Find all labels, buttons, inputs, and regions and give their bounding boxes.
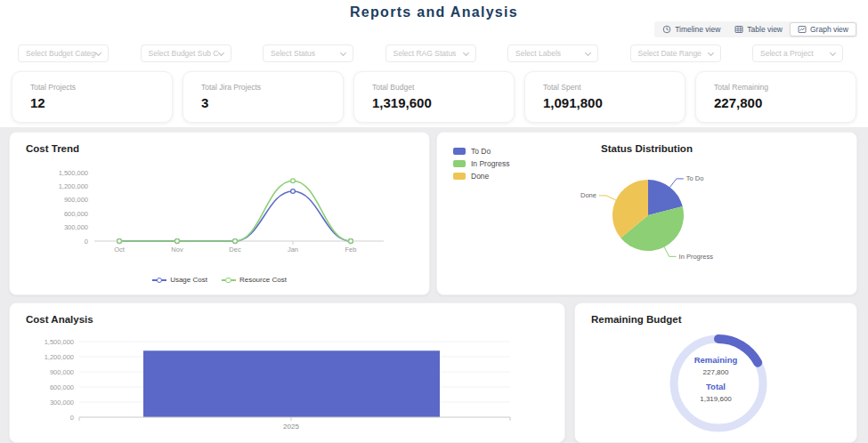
svg-text:Dec: Dec xyxy=(229,246,241,254)
svg-text:1,500,000: 1,500,000 xyxy=(45,338,74,346)
stat-card-total-projects: Total Projects 12 xyxy=(12,71,173,123)
stat-cards-row: Total Projects 12 Total Jira Projects 3 … xyxy=(12,71,856,123)
stat-card-total-jira-projects: Total Jira Projects 3 xyxy=(183,71,344,123)
cost-analysis-panel: Cost Analysis 0300,000600,000900,0001,20… xyxy=(9,302,565,443)
stat-value: 1,319,600 xyxy=(372,95,496,110)
filter-rag-status[interactable]: Select RAG Status xyxy=(385,44,476,62)
svg-text:1,200,000: 1,200,000 xyxy=(59,182,88,190)
chevron-down-icon xyxy=(340,49,346,55)
cost-trend-legend: Usage Cost Resource Cost xyxy=(10,276,429,284)
chevron-down-icon xyxy=(585,49,591,55)
total-label: Total xyxy=(575,382,856,391)
remaining-label: Remaining xyxy=(575,355,856,365)
stat-card-total-remaining: Total Remaining 227,800 xyxy=(695,71,856,123)
svg-text:Nov: Nov xyxy=(171,246,183,254)
stat-label: Total Jira Projects xyxy=(201,83,325,92)
svg-text:Feb: Feb xyxy=(345,246,357,254)
legend-item-resource-cost: Resource Cost xyxy=(222,276,287,284)
chevron-down-icon xyxy=(707,49,713,55)
status-distribution-pie-chart: To DoIn ProgressDone xyxy=(437,133,858,296)
legend-label: Usage Cost xyxy=(170,276,207,284)
timeline-view-button[interactable]: Timeline view xyxy=(655,22,727,36)
graph-view-button[interactable]: Graph view xyxy=(790,22,856,36)
svg-text:300,000: 300,000 xyxy=(50,399,74,407)
cost-trend-panel: Cost Trend 0300,000600,000900,0001,200,0… xyxy=(9,132,430,295)
cost-trend-line-chart: 0300,000600,000900,0001,200,0001,500,000… xyxy=(10,133,431,296)
filter-rag-status-label: Select RAG Status xyxy=(393,49,457,58)
svg-text:Oct: Oct xyxy=(114,246,126,254)
stat-card-total-spent: Total Spent 1,091,800 xyxy=(524,71,685,123)
svg-text:In Progress: In Progress xyxy=(679,253,714,261)
svg-text:To Do: To Do xyxy=(686,174,704,182)
filter-budget-category-label: Select Budget Category xyxy=(26,49,96,58)
chevron-down-icon xyxy=(217,49,223,55)
cost-analysis-bar-chart: 0300,000600,000900,0001,200,0001,500,000… xyxy=(10,303,566,443)
remaining-budget-panel: Remaining Budget Remaining 227,800 Total… xyxy=(574,302,857,443)
stat-value: 1,091,800 xyxy=(543,95,667,110)
svg-text:1,200,000: 1,200,000 xyxy=(45,353,74,361)
timeline-view-label: Timeline view xyxy=(675,25,720,34)
stat-card-total-budget: Total Budget 1,319,600 xyxy=(353,71,515,123)
filter-project-label: Select a Project xyxy=(760,49,814,58)
stat-label: Total Budget xyxy=(372,83,496,92)
filter-project[interactable]: Select a Project xyxy=(752,44,843,62)
remaining-value: 227,800 xyxy=(575,368,856,376)
filter-status-label: Select Status xyxy=(271,49,315,58)
graph-view-label: Graph view xyxy=(810,25,848,34)
status-distribution-panel: Status Distribution To Do In Progress Do… xyxy=(436,132,857,295)
svg-text:1,500,000: 1,500,000 xyxy=(59,169,88,177)
stat-value: 227,800 xyxy=(714,95,838,110)
filter-budget-sub-category[interactable]: Select Budget Sub Cat... xyxy=(141,44,231,62)
total-value: 1,319,600 xyxy=(575,395,856,403)
svg-text:900,000: 900,000 xyxy=(50,368,74,376)
chevron-down-icon xyxy=(462,49,468,55)
filter-budget-category[interactable]: Select Budget Category xyxy=(18,44,109,62)
stat-label: Total Remaining xyxy=(714,83,838,92)
filter-labels[interactable]: Select Labels xyxy=(507,44,598,62)
clock-icon xyxy=(662,25,671,34)
stat-label: Total Projects xyxy=(30,83,154,92)
donut-center-text: Remaining 227,800 Total 1,319,600 xyxy=(575,355,856,408)
svg-text:Jan: Jan xyxy=(288,246,298,254)
filter-date-range-label: Select Date Range xyxy=(638,49,702,58)
filter-bar: Select Budget Category Select Budget Sub… xyxy=(18,44,843,62)
svg-text:2025: 2025 xyxy=(283,423,299,431)
legend-label: Resource Cost xyxy=(239,276,287,284)
filter-status[interactable]: Select Status xyxy=(263,44,353,62)
svg-text:0: 0 xyxy=(70,414,74,422)
svg-text:300,000: 300,000 xyxy=(64,223,88,231)
svg-text:600,000: 600,000 xyxy=(64,210,88,218)
svg-text:0: 0 xyxy=(85,238,88,246)
graph-icon xyxy=(798,25,807,34)
svg-text:Done: Done xyxy=(580,191,596,199)
resource-cost-marker-icon xyxy=(222,276,236,284)
stat-label: Total Spent xyxy=(543,83,667,92)
usage-cost-marker-icon xyxy=(152,276,166,284)
stat-value: 12 xyxy=(30,95,154,110)
page-title: Reports and Analysis xyxy=(0,4,868,20)
chevron-down-icon xyxy=(95,49,101,55)
chevron-down-icon xyxy=(830,49,836,55)
filter-labels-label: Select Labels xyxy=(515,49,561,58)
svg-text:600,000: 600,000 xyxy=(50,383,74,391)
legend-item-usage-cost: Usage Cost xyxy=(152,276,207,284)
filter-budget-sub-category-label: Select Budget Sub Cat... xyxy=(149,49,219,58)
table-view-label: Table view xyxy=(747,25,783,34)
stat-value: 3 xyxy=(201,95,325,110)
table-icon xyxy=(734,25,743,34)
reports-dashboard: Reports and Analysis Timeline view Table… xyxy=(0,0,868,443)
svg-text:900,000: 900,000 xyxy=(64,196,88,204)
table-view-button[interactable]: Table view xyxy=(727,22,790,36)
filter-date-range[interactable]: Select Date Range xyxy=(630,44,721,62)
view-toggle: Timeline view Table view Graph view xyxy=(654,21,857,37)
